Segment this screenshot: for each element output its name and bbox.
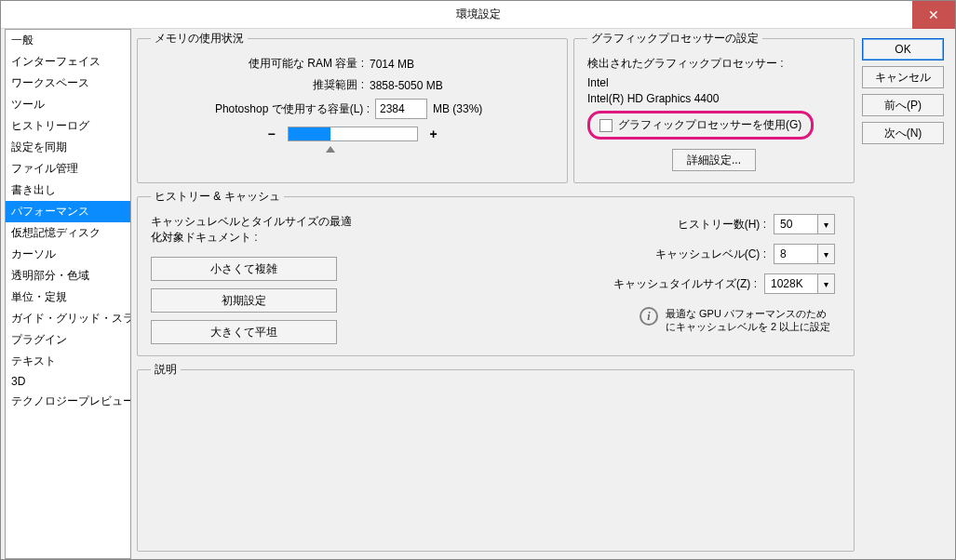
sidebar-item-file-handling[interactable]: ファイル管理 — [6, 158, 130, 180]
description-legend: 説明 — [151, 362, 181, 378]
sidebar-item-performance[interactable]: パフォーマンス — [6, 201, 130, 222]
sidebar-item-guides-grid[interactable]: ガイド・グリッド・スライス — [6, 308, 130, 329]
gpu-model: Intel(R) HD Graphics 4400 — [587, 92, 841, 105]
sidebar-item-interface[interactable]: インターフェイス — [6, 51, 130, 73]
ok-button[interactable]: OK — [862, 38, 944, 60]
close-icon: ✕ — [928, 7, 939, 22]
memory-slider-thumb[interactable] — [326, 146, 335, 153]
ps-use-input[interactable] — [375, 99, 427, 119]
ps-use-label: Photoshop で使用する容量(L) : — [151, 101, 370, 117]
minus-icon[interactable]: − — [265, 127, 278, 141]
sidebar-item-transparency[interactable]: 透明部分・色域 — [6, 265, 130, 287]
cache-tile-input[interactable] — [764, 273, 818, 294]
prev-button[interactable]: 前へ(P) — [862, 94, 944, 116]
ps-use-unit: MB (33%) — [433, 102, 482, 115]
next-button[interactable]: 次へ(N) — [862, 122, 944, 144]
cache-tile-label: キャッシュタイルサイズ(Z) : — [613, 276, 757, 292]
available-ram-label: 使用可能な RAM 容量 : — [151, 56, 370, 72]
memory-slider-row: − + — [151, 127, 554, 141]
cache-levels-label: キャッシュレベル(C) : — [655, 247, 766, 262]
sidebar-item-general[interactable]: 一般 — [6, 30, 130, 51]
ideal-range-label: 推奨範囲 : — [151, 77, 370, 93]
gpu-vendor: Intel — [587, 76, 841, 89]
memory-slider[interactable] — [288, 127, 418, 141]
panels-column: メモリの使用状況 使用可能な RAM 容量 : 7014 MB 推奨範囲 : 3… — [137, 31, 855, 552]
window-title: 環境設定 — [456, 7, 501, 22]
history-states-input[interactable] — [774, 214, 818, 234]
preset-default-button[interactable]: 初期設定 — [151, 288, 337, 313]
sidebar-item-workspace[interactable]: ワークスペース — [6, 73, 130, 94]
cache-levels-combo[interactable]: ▾ — [774, 244, 835, 264]
top-row: メモリの使用状況 使用可能な RAM 容量 : 7014 MB 推奨範囲 : 3… — [137, 31, 855, 183]
gpu-legend: グラフィックプロセッサーの設定 — [587, 31, 762, 47]
close-button[interactable]: ✕ — [912, 1, 955, 29]
sidebar-item-history-log[interactable]: ヒストリーログ — [6, 115, 130, 137]
dialog-buttons: OK キャンセル 前へ(P) 次へ(N) — [862, 31, 953, 552]
titlebar: 環境設定 ✕ — [1, 1, 955, 29]
preferences-window: 環境設定 ✕ 一般 インターフェイス ワークスペース ツール ヒストリーログ 設… — [0, 0, 956, 560]
cache-settings-column: ヒストリー数(H) : ▾ キャッシュレベル(C) : ▾ — [374, 214, 841, 344]
content-area: 一般 インターフェイス ワークスペース ツール ヒストリーログ 設定を同期 ファ… — [1, 29, 955, 559]
plus-icon[interactable]: + — [427, 127, 440, 141]
history-legend: ヒストリー & キャッシュ — [151, 189, 284, 205]
gpu-advanced-button[interactable]: 詳細設定... — [672, 149, 756, 171]
chevron-down-icon[interactable]: ▾ — [818, 244, 835, 264]
use-gpu-highlight: グラフィックプロセッサーを使用(G) — [587, 111, 814, 140]
preset-small-complex-button[interactable]: 小さくて複雑 — [151, 257, 337, 281]
gpu-settings-group: グラフィックプロセッサーの設定 検出されたグラフィックプロセッサー : Inte… — [573, 31, 855, 183]
history-states-label: ヒストリー数(H) : — [678, 217, 766, 233]
sidebar-item-tools[interactable]: ツール — [6, 94, 130, 115]
optimize-column: キャッシュレベルとタイルサイズの最適化対象ドキュメント : 小さくて複雑 初期設… — [151, 214, 356, 344]
chevron-down-icon[interactable]: ▾ — [818, 214, 835, 234]
sidebar-item-plugins[interactable]: プラグイン — [6, 329, 130, 351]
cancel-button[interactable]: キャンセル — [862, 66, 944, 88]
chevron-down-icon[interactable]: ▾ — [818, 273, 835, 294]
sidebar-item-scratch-disks[interactable]: 仮想記憶ディスク — [6, 222, 130, 244]
cache-tile-combo[interactable]: ▾ — [764, 273, 835, 294]
use-gpu-checkbox[interactable] — [599, 119, 613, 132]
description-group: 説明 — [137, 362, 855, 552]
memory-usage-group: メモリの使用状況 使用可能な RAM 容量 : 7014 MB 推奨範囲 : 3… — [137, 31, 568, 183]
sidebar-item-type[interactable]: テキスト — [6, 351, 130, 372]
use-gpu-label: グラフィックプロセッサーを使用(G) — [618, 117, 801, 133]
detected-gpu-label: 検出されたグラフィックプロセッサー : — [587, 56, 841, 72]
history-states-combo[interactable]: ▾ — [774, 214, 835, 234]
sidebar-item-units-rulers[interactable]: 単位・定規 — [6, 287, 130, 308]
memory-legend: メモリの使用状況 — [151, 31, 248, 47]
memory-slider-fill — [289, 127, 331, 140]
available-ram-value: 7014 MB — [370, 58, 414, 71]
sidebar-item-cursors[interactable]: カーソル — [6, 244, 130, 265]
cache-note: 最適な GPU パフォーマンスのためにキャッシュレベルを 2 以上に設定 — [666, 307, 835, 334]
category-sidebar: 一般 インターフェイス ワークスペース ツール ヒストリーログ 設定を同期 ファ… — [5, 29, 131, 559]
history-cache-group: ヒストリー & キャッシュ キャッシュレベルとタイルサイズの最適化対象ドキュメン… — [137, 189, 855, 356]
ideal-range-value: 3858-5050 MB — [370, 79, 443, 92]
optimize-label: キャッシュレベルとタイルサイズの最適化対象ドキュメント : — [151, 214, 356, 246]
sidebar-item-export[interactable]: 書き出し — [6, 180, 130, 201]
cache-levels-input[interactable] — [774, 244, 818, 264]
preset-big-flat-button[interactable]: 大きくて平坦 — [151, 320, 337, 344]
sidebar-item-3d[interactable]: 3D — [6, 372, 130, 391]
sidebar-item-tech-preview[interactable]: テクノロジープレビュー — [6, 391, 130, 412]
main-panel: メモリの使用状況 使用可能な RAM 容量 : 7014 MB 推奨範囲 : 3… — [135, 29, 955, 559]
sidebar-item-sync-settings[interactable]: 設定を同期 — [6, 137, 130, 158]
info-icon: i — [640, 307, 658, 326]
